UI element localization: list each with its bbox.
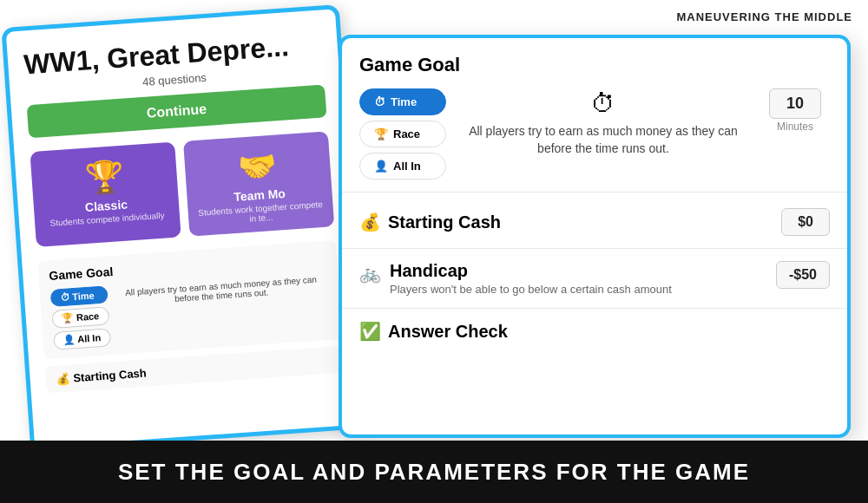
handicap-texts: Handicap Players won't be able to go bel… <box>390 261 672 296</box>
bottom-bar: SET THE GOAL AND PARAMETERS FOR THE GAME <box>0 441 868 503</box>
money-bag-icon: 💰 <box>359 212 381 232</box>
team-icon: 🤝 <box>191 144 325 189</box>
mini-allin-btn[interactable]: 👤 All In <box>53 329 111 351</box>
allin-icon: 👤 <box>374 160 388 173</box>
goal-buttons: ⏱ Time 🏆 Race 👤 All In <box>359 88 446 180</box>
goal-desc-text: All players try to earn as much money as… <box>464 123 743 157</box>
goal-time-value: Minutes <box>760 88 830 133</box>
time-input[interactable] <box>769 88 821 119</box>
mini-sc-label: 💰 Starting Cash <box>56 367 147 386</box>
mini-time-btn[interactable]: ⏱ Time <box>50 286 108 308</box>
starting-cash-title: Starting Cash <box>388 212 501 232</box>
mini-goal-buttons: ⏱ Time 🏆 Race 👤 All In <box>50 286 111 350</box>
game-goal-section: Game Goal ⏱ Time 🏆 Race 👤 All In ⏱ All p… <box>342 38 847 193</box>
goal-desc-icon: ⏱ <box>591 89 615 118</box>
time-button[interactable]: ⏱ Time <box>359 88 446 115</box>
bottom-bar-text: SET THE GOAL AND PARAMETERS FOR THE GAME <box>118 459 750 486</box>
brand-text: MANEUVERING THE MIDDLE <box>676 10 852 23</box>
front-card: Game Goal ⏱ Time 🏆 Race 👤 All In ⏱ All p… <box>339 35 851 438</box>
starting-cash-label: 💰 Starting Cash <box>359 212 501 232</box>
allin-button[interactable]: 👤 All In <box>359 153 446 180</box>
handicap-row: 🚲 Handicap Players won't be able to go b… <box>359 261 830 296</box>
handicap-title: Handicap <box>390 261 672 281</box>
checkmark-icon: ✅ <box>359 321 381 342</box>
starting-cash-row: 💰 Starting Cash $0 <box>359 208 830 236</box>
time-label: Minutes <box>777 121 813 133</box>
time-icon: ⏱ <box>374 95 385 108</box>
game-goal-title: Game Goal <box>359 54 830 76</box>
mini-game-goal: Game Goal ⏱ Time 🏆 Race 👤 All In All pla… <box>37 240 342 360</box>
classic-mode[interactable]: 🏆 Classic Students compete individually <box>30 142 181 247</box>
team-mode[interactable]: 🤝 Team Mo Students work together compete… <box>183 131 334 236</box>
handicap-section: 🚲 Handicap Players won't be able to go b… <box>342 249 847 309</box>
handicap-icon: 🚲 <box>359 263 381 284</box>
race-button[interactable]: 🏆 Race <box>359 121 446 147</box>
race-icon: 🏆 <box>374 127 388 140</box>
back-card: WW1, Great Depre... 48 questions Continu… <box>1 4 368 452</box>
game-modes: 🏆 Classic Students compete individually … <box>15 130 351 248</box>
answer-check-label: Answer Check <box>388 322 508 342</box>
starting-cash-value[interactable]: $0 <box>781 208 830 236</box>
mini-race-btn[interactable]: 🏆 Race <box>51 307 109 330</box>
game-goal-content: ⏱ Time 🏆 Race 👤 All In ⏱ All players try… <box>359 88 830 180</box>
handicap-info: 🚲 Handicap Players won't be able to go b… <box>359 261 672 296</box>
answer-check-section: ✅ Answer Check <box>342 309 847 354</box>
handicap-desc: Players won't be able to go below a cert… <box>390 283 672 296</box>
classic-icon: 🏆 <box>37 154 171 199</box>
handicap-value[interactable]: -$50 <box>776 261 830 289</box>
starting-cash-section: 💰 Starting Cash $0 <box>342 193 847 249</box>
goal-description-area: ⏱ All players try to earn as much money … <box>446 88 760 158</box>
answer-check-title: ✅ Answer Check <box>359 321 830 342</box>
